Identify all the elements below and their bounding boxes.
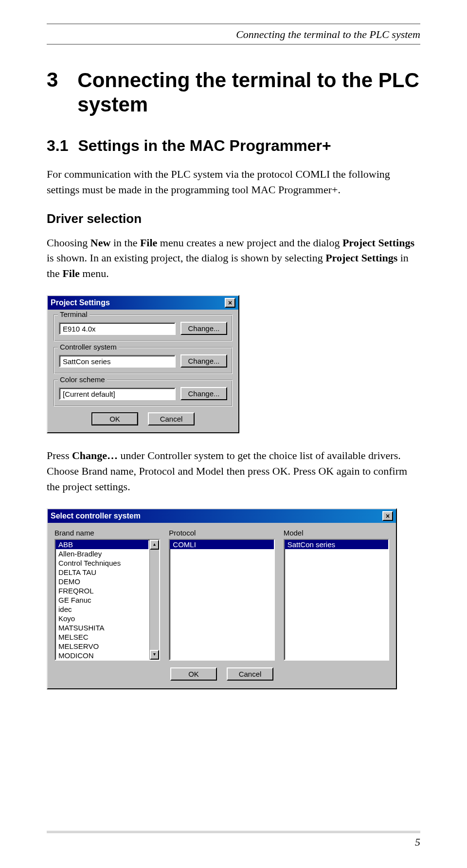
dialog-title: Project Settings bbox=[51, 298, 110, 307]
paragraph-3: Press Change… under Controller system to… bbox=[47, 448, 420, 495]
group-terminal: Terminal E910 4.0x Change... bbox=[54, 314, 233, 341]
list-item[interactable]: Control Techniques bbox=[55, 558, 148, 568]
list-item[interactable]: MATSUSHITA bbox=[55, 623, 148, 632]
paragraph-2: Choosing New in the File menu creates a … bbox=[47, 235, 420, 282]
dialog2-titlebar: Select controller system × bbox=[48, 509, 396, 523]
list-item[interactable]: ABB bbox=[55, 540, 148, 549]
list-item[interactable]: FREQROL bbox=[55, 586, 148, 595]
close-icon[interactable]: × bbox=[225, 298, 235, 308]
brand-name-label: Brand name bbox=[54, 529, 160, 537]
ok-button[interactable]: OK bbox=[170, 667, 217, 681]
color-field: [Current default] bbox=[59, 388, 176, 400]
project-settings-dialog: Project Settings × Terminal E910 4.0x Ch… bbox=[47, 295, 239, 433]
close-icon[interactable]: × bbox=[382, 511, 393, 521]
change-terminal-button[interactable]: Change... bbox=[180, 322, 227, 335]
paragraph-1: For communication with the PLC system vi… bbox=[47, 166, 420, 198]
list-item[interactable]: idec bbox=[55, 605, 148, 614]
cancel-button[interactable]: Cancel bbox=[227, 667, 273, 681]
cancel-button[interactable]: Cancel bbox=[148, 412, 195, 425]
terminal-field: E910 4.0x bbox=[59, 322, 176, 335]
list-item[interactable]: Koyo bbox=[55, 614, 148, 623]
group-controller: Controller system SattCon series Change.… bbox=[54, 347, 233, 374]
group-terminal-label: Terminal bbox=[58, 310, 90, 318]
subheading-driver-selection: Driver selection bbox=[47, 211, 420, 226]
scroll-down-icon[interactable]: ▾ bbox=[150, 650, 159, 660]
change-controller-button[interactable]: Change... bbox=[180, 354, 227, 368]
list-item[interactable]: GE Fanuc bbox=[55, 595, 148, 605]
running-header: Connecting the terminal to the PLC syste… bbox=[47, 28, 420, 45]
protocol-listbox[interactable]: COMLI bbox=[169, 539, 274, 661]
section-number: 3.1 bbox=[47, 137, 68, 155]
model-label: Model bbox=[284, 529, 389, 537]
scrollbar[interactable]: ▴ ▾ bbox=[149, 540, 159, 660]
dialog2-title: Select controller system bbox=[51, 512, 141, 520]
list-item[interactable]: OMRON bbox=[55, 660, 148, 661]
list-item[interactable]: MELSERVO bbox=[55, 642, 148, 651]
change-color-button[interactable]: Change... bbox=[180, 387, 227, 400]
group-color-label: Color scheme bbox=[58, 375, 107, 384]
protocol-label: Protocol bbox=[169, 529, 274, 537]
ok-button[interactable]: OK bbox=[91, 412, 138, 425]
list-item[interactable]: Allen-Bradley bbox=[55, 549, 148, 558]
chapter-number: 3 bbox=[47, 68, 58, 117]
section-title: Settings in the MAC Programmer+ bbox=[78, 137, 331, 155]
select-controller-dialog: Select controller system × Brand name AB… bbox=[47, 508, 397, 689]
dialog-titlebar: Project Settings × bbox=[48, 296, 238, 310]
scroll-up-icon[interactable]: ▴ bbox=[150, 540, 159, 550]
page-number: 5 bbox=[47, 831, 420, 849]
list-item[interactable]: MODICON bbox=[55, 651, 148, 660]
group-controller-label: Controller system bbox=[58, 343, 119, 351]
list-item[interactable]: DEMO bbox=[55, 577, 148, 586]
list-item[interactable]: COMLI bbox=[170, 540, 273, 549]
list-item[interactable]: SattCon series bbox=[285, 540, 388, 549]
list-item[interactable]: DELTA TAU bbox=[55, 568, 148, 577]
brand-listbox[interactable]: ABBAllen-BradleyControl TechniquesDELTA … bbox=[54, 539, 160, 661]
group-color: Color scheme [Current default] Change... bbox=[54, 380, 233, 406]
controller-field: SattCon series bbox=[59, 355, 176, 368]
chapter-title: Connecting the terminal to the PLC syste… bbox=[77, 68, 420, 117]
model-listbox[interactable]: SattCon series bbox=[284, 539, 389, 661]
list-item[interactable]: MELSEC bbox=[55, 632, 148, 642]
